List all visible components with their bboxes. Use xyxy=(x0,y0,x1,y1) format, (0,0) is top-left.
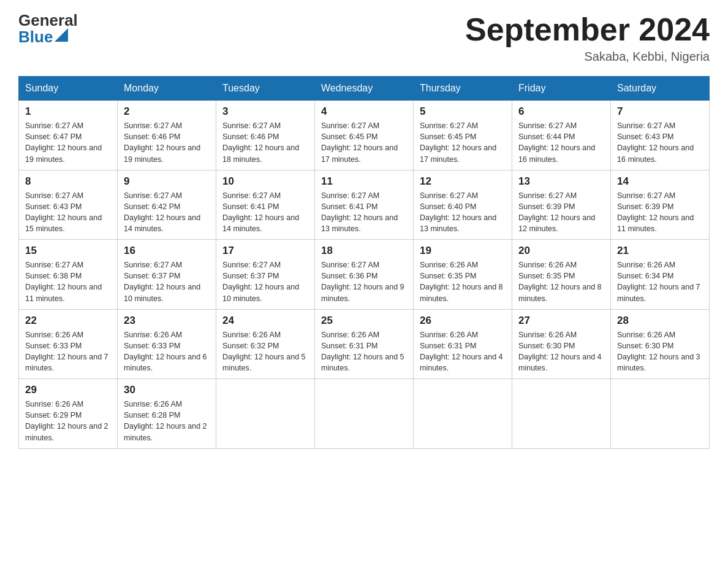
day-info: Sunrise: 6:27 AMSunset: 6:44 PMDaylight:… xyxy=(518,120,604,165)
day-info: Sunrise: 6:26 AMSunset: 6:35 PMDaylight:… xyxy=(420,259,506,304)
day-info: Sunrise: 6:27 AMSunset: 6:36 PMDaylight:… xyxy=(321,259,407,304)
day-of-week-header: Friday xyxy=(512,77,611,101)
day-info: Sunrise: 6:26 AMSunset: 6:33 PMDaylight:… xyxy=(25,329,111,374)
calendar-day-cell: 13Sunrise: 6:27 AMSunset: 6:39 PMDayligh… xyxy=(512,170,611,240)
day-info: Sunrise: 6:27 AMSunset: 6:41 PMDaylight:… xyxy=(222,190,308,235)
day-info: Sunrise: 6:27 AMSunset: 6:45 PMDaylight:… xyxy=(420,120,506,165)
day-number: 18 xyxy=(321,245,407,257)
calendar-day-cell: 6Sunrise: 6:27 AMSunset: 6:44 PMDaylight… xyxy=(512,101,611,170)
day-info: Sunrise: 6:27 AMSunset: 6:37 PMDaylight:… xyxy=(222,259,308,304)
month-title: September 2024 xyxy=(465,12,710,47)
day-info: Sunrise: 6:26 AMSunset: 6:34 PMDaylight:… xyxy=(617,259,703,304)
day-number: 17 xyxy=(222,245,308,257)
day-of-week-header: Thursday xyxy=(414,77,512,101)
day-number: 1 xyxy=(25,105,111,118)
calendar-day-cell: 12Sunrise: 6:27 AMSunset: 6:40 PMDayligh… xyxy=(414,170,512,240)
day-number: 16 xyxy=(124,245,210,257)
calendar-day-cell: 22Sunrise: 6:26 AMSunset: 6:33 PMDayligh… xyxy=(19,309,118,379)
calendar-day-cell xyxy=(315,379,414,449)
day-info: Sunrise: 6:26 AMSunset: 6:32 PMDaylight:… xyxy=(222,329,308,374)
calendar-day-cell: 17Sunrise: 6:27 AMSunset: 6:37 PMDayligh… xyxy=(216,240,315,310)
day-info: Sunrise: 6:27 AMSunset: 6:41 PMDaylight:… xyxy=(321,190,407,235)
day-info: Sunrise: 6:26 AMSunset: 6:30 PMDaylight:… xyxy=(617,329,703,374)
calendar-week-row: 1Sunrise: 6:27 AMSunset: 6:47 PMDaylight… xyxy=(19,101,710,170)
calendar-day-cell: 1Sunrise: 6:27 AMSunset: 6:47 PMDaylight… xyxy=(19,101,118,170)
day-of-week-header: Wednesday xyxy=(315,77,414,101)
day-number: 5 xyxy=(420,105,506,118)
calendar-day-cell: 23Sunrise: 6:26 AMSunset: 6:33 PMDayligh… xyxy=(118,309,216,379)
calendar-day-cell: 2Sunrise: 6:27 AMSunset: 6:46 PMDaylight… xyxy=(118,101,216,170)
calendar-day-cell xyxy=(216,379,315,449)
logo-blue-text: Blue xyxy=(18,29,53,45)
calendar-day-cell: 9Sunrise: 6:27 AMSunset: 6:42 PMDaylight… xyxy=(118,170,216,240)
page-header: General Blue September 2024 Sakaba, Kebb… xyxy=(18,12,710,64)
svg-marker-0 xyxy=(55,28,68,42)
day-info: Sunrise: 6:27 AMSunset: 6:47 PMDaylight:… xyxy=(25,120,111,165)
calendar-day-cell: 10Sunrise: 6:27 AMSunset: 6:41 PMDayligh… xyxy=(216,170,315,240)
day-info: Sunrise: 6:27 AMSunset: 6:46 PMDaylight:… xyxy=(222,120,308,165)
day-info: Sunrise: 6:26 AMSunset: 6:31 PMDaylight:… xyxy=(321,329,407,374)
day-info: Sunrise: 6:26 AMSunset: 6:33 PMDaylight:… xyxy=(124,329,210,374)
day-number: 7 xyxy=(617,105,703,118)
calendar-day-cell: 7Sunrise: 6:27 AMSunset: 6:43 PMDaylight… xyxy=(611,101,710,170)
logo-arrow-icon xyxy=(55,28,68,44)
day-number: 11 xyxy=(321,175,407,188)
calendar-week-row: 8Sunrise: 6:27 AMSunset: 6:43 PMDaylight… xyxy=(19,170,710,240)
day-number: 21 xyxy=(617,245,703,257)
day-number: 15 xyxy=(25,245,111,257)
day-number: 26 xyxy=(420,315,506,327)
location-text: Sakaba, Kebbi, Nigeria xyxy=(465,50,710,64)
logo-general-text: General xyxy=(18,12,78,28)
calendar-header-row: SundayMondayTuesdayWednesdayThursdayFrid… xyxy=(19,77,710,101)
day-of-week-header: Monday xyxy=(118,77,216,101)
day-number: 12 xyxy=(420,175,506,188)
calendar-day-cell xyxy=(512,379,611,449)
calendar-day-cell: 29Sunrise: 6:26 AMSunset: 6:29 PMDayligh… xyxy=(19,379,118,449)
day-of-week-header: Sunday xyxy=(19,77,118,101)
calendar-day-cell: 30Sunrise: 6:26 AMSunset: 6:28 PMDayligh… xyxy=(118,379,216,449)
day-info: Sunrise: 6:26 AMSunset: 6:29 PMDaylight:… xyxy=(25,399,111,443)
day-number: 20 xyxy=(518,245,604,257)
day-number: 22 xyxy=(25,315,111,327)
day-number: 2 xyxy=(124,105,210,118)
day-number: 28 xyxy=(617,315,703,327)
calendar-day-cell: 28Sunrise: 6:26 AMSunset: 6:30 PMDayligh… xyxy=(611,309,710,379)
day-number: 13 xyxy=(518,175,604,188)
calendar-day-cell: 4Sunrise: 6:27 AMSunset: 6:45 PMDaylight… xyxy=(315,101,414,170)
day-info: Sunrise: 6:27 AMSunset: 6:37 PMDaylight:… xyxy=(124,259,210,304)
calendar-day-cell: 25Sunrise: 6:26 AMSunset: 6:31 PMDayligh… xyxy=(315,309,414,379)
calendar-day-cell: 20Sunrise: 6:26 AMSunset: 6:35 PMDayligh… xyxy=(512,240,611,310)
day-of-week-header: Tuesday xyxy=(216,77,315,101)
calendar-week-row: 15Sunrise: 6:27 AMSunset: 6:38 PMDayligh… xyxy=(19,240,710,310)
calendar-day-cell xyxy=(414,379,512,449)
calendar-day-cell: 18Sunrise: 6:27 AMSunset: 6:36 PMDayligh… xyxy=(315,240,414,310)
day-number: 8 xyxy=(25,175,111,188)
day-info: Sunrise: 6:27 AMSunset: 6:43 PMDaylight:… xyxy=(617,120,703,165)
day-of-week-header: Saturday xyxy=(611,77,710,101)
day-info: Sunrise: 6:26 AMSunset: 6:28 PMDaylight:… xyxy=(124,399,210,443)
day-info: Sunrise: 6:27 AMSunset: 6:39 PMDaylight:… xyxy=(617,190,703,235)
day-number: 4 xyxy=(321,105,407,118)
day-number: 30 xyxy=(124,384,210,396)
title-section: September 2024 Sakaba, Kebbi, Nigeria xyxy=(465,12,710,64)
day-info: Sunrise: 6:26 AMSunset: 6:30 PMDaylight:… xyxy=(518,329,604,374)
day-info: Sunrise: 6:27 AMSunset: 6:40 PMDaylight:… xyxy=(420,190,506,235)
day-info: Sunrise: 6:27 AMSunset: 6:43 PMDaylight:… xyxy=(25,190,111,235)
calendar-week-row: 22Sunrise: 6:26 AMSunset: 6:33 PMDayligh… xyxy=(19,309,710,379)
calendar-day-cell: 26Sunrise: 6:26 AMSunset: 6:31 PMDayligh… xyxy=(414,309,512,379)
calendar-day-cell xyxy=(611,379,710,449)
day-number: 3 xyxy=(222,105,308,118)
day-number: 14 xyxy=(617,175,703,188)
day-number: 9 xyxy=(124,175,210,188)
day-number: 10 xyxy=(222,175,308,188)
day-number: 29 xyxy=(25,384,111,396)
calendar-day-cell: 11Sunrise: 6:27 AMSunset: 6:41 PMDayligh… xyxy=(315,170,414,240)
day-number: 19 xyxy=(420,245,506,257)
day-info: Sunrise: 6:27 AMSunset: 6:46 PMDaylight:… xyxy=(124,120,210,165)
day-info: Sunrise: 6:26 AMSunset: 6:35 PMDaylight:… xyxy=(518,259,604,304)
day-number: 24 xyxy=(222,315,308,327)
calendar-day-cell: 16Sunrise: 6:27 AMSunset: 6:37 PMDayligh… xyxy=(118,240,216,310)
day-number: 6 xyxy=(518,105,604,118)
day-info: Sunrise: 6:27 AMSunset: 6:39 PMDaylight:… xyxy=(518,190,604,235)
day-info: Sunrise: 6:27 AMSunset: 6:38 PMDaylight:… xyxy=(25,259,111,304)
